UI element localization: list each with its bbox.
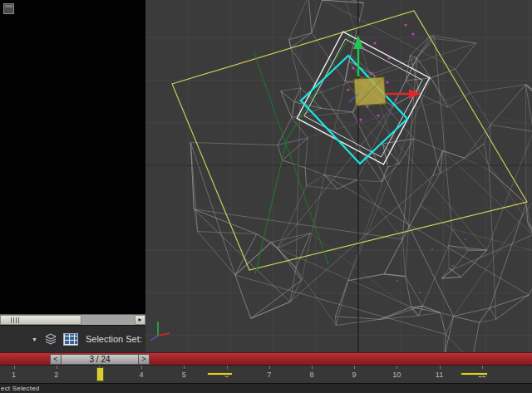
track-bar[interactable]: 123456789101112 [0, 365, 532, 383]
frame-tick [482, 366, 483, 369]
window-icon[interactable] [3, 3, 14, 14]
animation-key-range[interactable] [461, 372, 488, 376]
green-edge [255, 32, 352, 274]
viewport-grid [145, 0, 532, 352]
frame-number: 7 [262, 371, 277, 379]
time-slider-handle[interactable]: 3 / 24 [62, 354, 138, 365]
viewport[interactable] [145, 0, 532, 352]
left-panel [0, 0, 145, 314]
animation-key-range[interactable] [207, 372, 233, 376]
frame-number: 2 [49, 371, 64, 379]
time-slider-bar[interactable]: < 3 / 24 > [0, 352, 532, 365]
vertex-dot [397, 280, 398, 282]
bottom-toolbar: ▼ Selection Set: [0, 325, 145, 352]
frame-number: 8 [304, 371, 319, 379]
dropdown-caret-icon[interactable]: ▼ [32, 337, 37, 342]
frame-number: 11 [432, 371, 447, 379]
selection-set-label: Selection Set: [86, 334, 142, 344]
frame-tick [354, 366, 355, 369]
frame-tick [269, 366, 270, 369]
status-bar: ect Selected [0, 383, 532, 393]
vertex-dot [465, 238, 466, 240]
frame-number: 10 [389, 371, 404, 379]
frame-number: 4 [134, 371, 149, 379]
layers-icon[interactable] [44, 332, 57, 346]
named-selection-sets-icon[interactable] [63, 333, 78, 346]
frame-tick [227, 366, 228, 369]
frame-tick [141, 366, 142, 369]
wireframe-mesh [190, 0, 532, 352]
previous-frame-button[interactable]: < [50, 354, 62, 365]
frame-tick [312, 366, 313, 369]
status-text: ect Selected [1, 385, 39, 392]
vertex-dot [452, 265, 454, 267]
frame-number: 9 [347, 371, 362, 379]
animation-key[interactable] [96, 367, 104, 381]
frame-number: 1 [7, 371, 22, 379]
viewport-canvas[interactable] [145, 0, 532, 352]
world-axis-tripod [150, 322, 170, 341]
frame-tick [184, 366, 185, 369]
scrollbar-right-arrow-button[interactable]: ► [135, 315, 145, 325]
frame-tick [440, 366, 441, 369]
frame-tick [397, 366, 397, 369]
frame-tick [14, 366, 15, 369]
time-slider-label: 3 / 24 [89, 355, 110, 364]
frame-number: 5 [176, 371, 191, 379]
vertex-dot [419, 292, 421, 293]
horizontal-scrollbar[interactable]: ► [0, 314, 145, 325]
scrollbar-grip-icon [11, 317, 19, 323]
time-slider[interactable]: < 3 / 24 > [50, 354, 150, 365]
frame-tick [57, 366, 57, 369]
next-frame-button[interactable]: > [138, 354, 150, 365]
scrollbar-thumb[interactable] [0, 315, 81, 325]
3d-app-window: ► ▼ Selection Set: < 3 / 24 > 1234567891… [0, 0, 532, 393]
vertex-dot [431, 248, 433, 250]
